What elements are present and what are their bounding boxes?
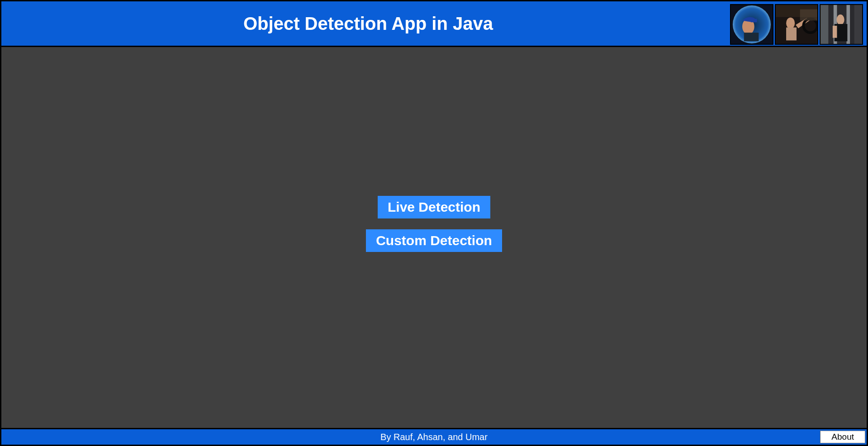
thumbnail-1[interactable] [730,4,773,45]
app-footer: By Rauf, Ahsan, and Umar About [0,428,868,446]
action-button-group: Live Detection Custom Detection [366,196,502,252]
svg-rect-12 [821,5,828,44]
live-detection-button[interactable]: Live Detection [378,196,490,218]
svg-point-16 [836,14,844,25]
svg-point-7 [786,18,795,29]
svg-rect-18 [833,26,837,38]
app-title: Object Detection App in Java [243,14,493,34]
custom-detection-button[interactable]: Custom Detection [366,229,502,252]
svg-rect-10 [800,9,817,21]
svg-rect-4 [744,33,759,41]
thumbnail-3[interactable] [820,4,863,45]
svg-rect-8 [786,28,797,41]
about-button[interactable]: About [820,431,865,443]
main-content: Live Detection Custom Detection [0,47,868,428]
footer-credits: By Rauf, Ahsan, and Umar [380,432,488,442]
app-header: Object Detection App in Java [0,0,868,47]
header-thumbnails [730,4,863,45]
svg-rect-13 [854,5,862,44]
thumbnail-2[interactable] [775,4,818,45]
svg-rect-3 [751,19,757,23]
